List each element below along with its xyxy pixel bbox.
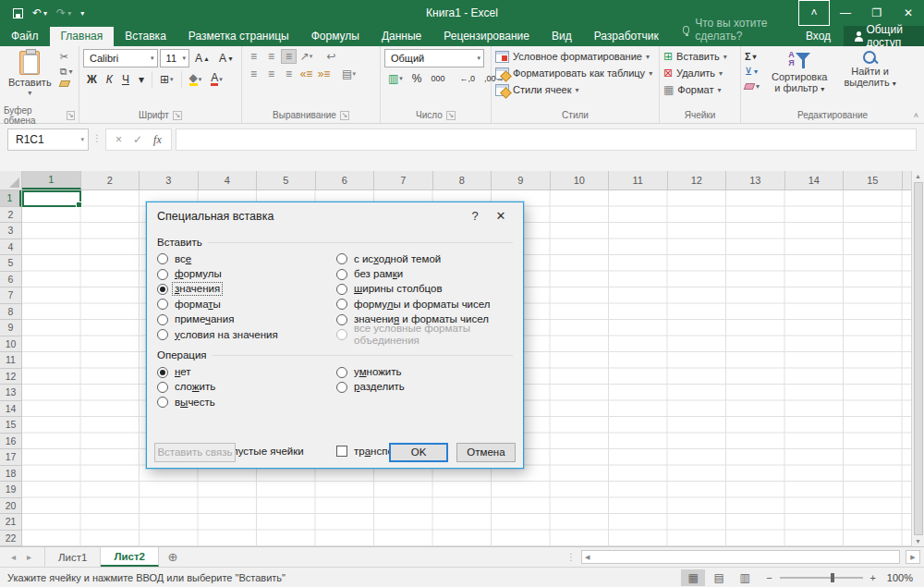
close-button[interactable]: ✕ (893, 0, 924, 26)
radio-icon[interactable] (336, 253, 347, 264)
font-dialog-launcher[interactable]: ↘ (173, 111, 182, 120)
horizontal-scrollbar[interactable]: ◀ ▶ (581, 550, 900, 564)
column-header[interactable]: 13 (726, 171, 785, 190)
font-size-combo[interactable]: 11▾ (160, 49, 189, 67)
name-box[interactable]: R1C1▾ (7, 128, 89, 151)
paste-button[interactable]: Вставить ▾ (4, 49, 56, 101)
insert-function-button[interactable]: fx (153, 133, 162, 147)
zoom-slider[interactable] (780, 577, 863, 579)
undo-button[interactable]: ↶▾ (32, 6, 47, 19)
radio-option[interactable]: умножить (336, 364, 513, 379)
radio-option[interactable]: нет (157, 364, 336, 379)
radio-icon[interactable] (336, 299, 347, 310)
number-format-combo[interactable]: Общий▾ (384, 49, 484, 67)
radio-option[interactable]: без рамки (336, 266, 513, 281)
radio-option[interactable]: формулы и форматы чисел (336, 297, 513, 312)
tab-2[interactable]: Вставка (114, 27, 177, 46)
row-header[interactable]: 17 (0, 449, 21, 466)
column-header[interactable]: 1 (22, 171, 81, 190)
tab-6[interactable]: Рецензирование (432, 27, 541, 46)
maximize-button[interactable]: ❐ (861, 0, 893, 26)
align-center-button[interactable]: ≡ (263, 67, 279, 81)
column-header[interactable]: 7 (374, 171, 433, 190)
clipboard-dialog-launcher[interactable]: ↘ (67, 111, 75, 120)
radio-icon[interactable] (336, 284, 347, 295)
column-header[interactable]: 15 (844, 171, 903, 190)
sort-filter-button[interactable]: АЯ Сортировкаи фильтр ▾ (767, 49, 832, 97)
format-cells-button[interactable]: ▦Формат▾ (663, 83, 736, 97)
fill-button[interactable]: ⊻ ▾ (745, 66, 760, 78)
page-layout-view-button[interactable]: ▤ (707, 569, 731, 586)
accounting-format-button[interactable]: ▥▾ (384, 71, 407, 86)
redo-button[interactable]: ↷▾ (56, 6, 71, 19)
scroll-up-icon[interactable]: ▲ (915, 173, 921, 179)
zoom-out-button[interactable]: − (766, 572, 772, 583)
sheet-tab-Лист2[interactable]: Лист2 (101, 547, 159, 567)
tab-8[interactable]: Разработчик (583, 27, 670, 46)
formula-input[interactable] (176, 128, 917, 151)
bold-button[interactable]: Ж (83, 72, 101, 87)
vertical-scroll-thumb[interactable] (914, 182, 923, 535)
alignment-dialog-launcher[interactable]: ↘ (340, 111, 349, 120)
enter-entry-button[interactable]: ✓ (133, 133, 142, 146)
comma-style-button[interactable]: 000 (428, 73, 449, 84)
ribbon-display-options-button[interactable]: ˄ (798, 0, 830, 26)
row-header[interactable]: 11 (0, 352, 21, 369)
ok-button[interactable]: OK (389, 443, 448, 462)
increase-decimal-button[interactable]: ←,0 (456, 73, 480, 84)
row-header[interactable]: 5 (0, 255, 21, 272)
customize-qat-button[interactable]: ▾ (80, 9, 84, 18)
radio-icon[interactable] (157, 382, 168, 393)
tab-4[interactable]: Формулы (300, 27, 371, 46)
dialog-close-button[interactable]: ✕ (488, 209, 514, 223)
tab-7[interactable]: Вид (541, 27, 583, 46)
find-select-button[interactable]: Найти ивыделить ▾ (839, 49, 900, 92)
zoom-in-button[interactable]: + (870, 572, 876, 583)
decrease-indent-button[interactable]: «≡ (298, 67, 314, 81)
vertical-scrollbar[interactable]: ▲ ▼ (911, 171, 924, 546)
row-header[interactable]: 18 (0, 466, 21, 483)
radio-icon[interactable] (336, 269, 347, 280)
conditional-formatting-button[interactable]: Условное форматирование▾ (495, 50, 655, 64)
row-header[interactable]: 2 (0, 207, 21, 224)
font-name-combo[interactable]: Calibri▾ (83, 49, 158, 67)
radio-option[interactable]: форматы (157, 297, 336, 312)
radio-icon[interactable] (157, 329, 168, 340)
insert-cells-button[interactable]: ⊞Вставить▾ (663, 50, 736, 64)
tell-me-search[interactable]: Что вы хотите сделать? (683, 17, 793, 46)
scroll-right-button[interactable]: ▶ (906, 550, 920, 564)
row-header[interactable]: 12 (0, 369, 21, 385)
clear-button[interactable]: ▾ (745, 80, 760, 92)
radio-icon[interactable] (157, 299, 168, 310)
radio-icon[interactable] (336, 367, 347, 378)
radio-option[interactable]: сложить (157, 380, 336, 395)
radio-option[interactable]: формулы (157, 266, 336, 281)
column-header[interactable]: 14 (785, 171, 845, 190)
radio-icon[interactable] (336, 382, 347, 393)
selected-cell[interactable] (22, 190, 81, 207)
merge-center-button[interactable]: ▤▾ (341, 67, 357, 81)
format-painter-button[interactable] (60, 80, 73, 87)
page-break-view-button[interactable]: ▥ (733, 569, 757, 586)
sign-in-button[interactable]: Вход (793, 26, 844, 46)
autosum-button[interactable]: Σ ▾ (745, 51, 760, 63)
align-left-button[interactable]: ≡ (246, 67, 261, 81)
align-bottom-button[interactable]: ≡ (281, 49, 297, 64)
tab-1[interactable]: Главная (50, 27, 115, 46)
align-middle-button[interactable]: ≡ (263, 49, 279, 64)
scroll-down-icon[interactable]: ▼ (915, 538, 921, 544)
dialog-help-button[interactable]: ? (462, 209, 488, 223)
formula-bar-splitter[interactable]: ⋮ (92, 128, 102, 143)
radio-icon[interactable] (157, 397, 168, 408)
borders-button[interactable]: ⊞▾ (156, 72, 177, 87)
radio-option[interactable]: с исходной темой (336, 251, 513, 266)
collapse-ribbon-button[interactable]: ˄ (914, 111, 918, 120)
align-right-button[interactable]: ≡ (281, 67, 297, 81)
column-header[interactable]: 11 (609, 171, 668, 190)
row-header[interactable]: 9 (0, 320, 21, 336)
row-header[interactable]: 22 (0, 531, 21, 547)
tab-3[interactable]: Разметка страницы (177, 27, 300, 46)
increase-indent-button[interactable]: »≡ (316, 67, 332, 81)
zoom-slider-handle[interactable] (831, 573, 834, 582)
new-sheet-button[interactable]: ⊕ (159, 547, 187, 567)
